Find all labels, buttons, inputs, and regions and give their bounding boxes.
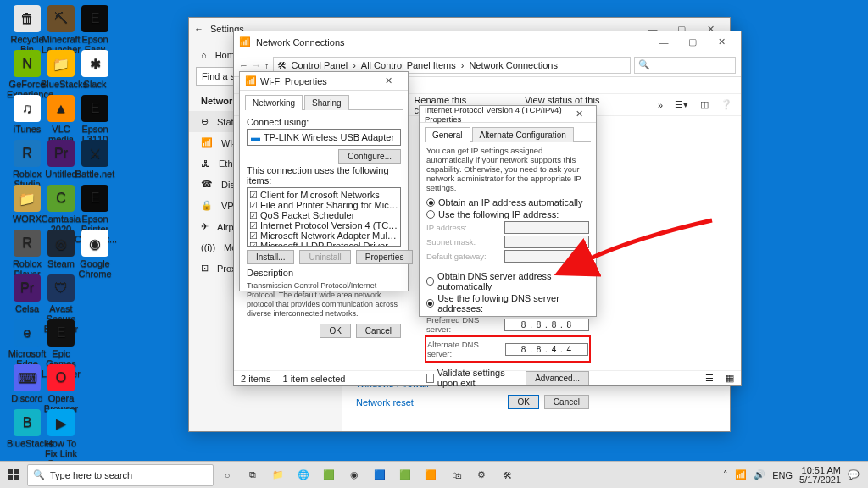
ok-button[interactable]: OK [320,324,350,338]
app-store[interactable]: 🛍 [444,464,468,486]
taskbar: 🔍Type here to search ○ ⧉ 📁 🌐 🟩 ◉ 🟦 🟩 🟧 🛍… [0,461,868,488]
svg-rect-0 [8,469,13,474]
svg-rect-1 [14,469,19,474]
gateway-input [504,250,589,263]
tab-alternate[interactable]: Alternate Configuration [472,127,574,142]
validate-row[interactable]: Validate settings upon exitAdvanced... [426,368,589,388]
crumb[interactable]: All Control Panel Items [358,58,459,72]
network-items-list[interactable]: Client for Microsoft NetworksFile and Pr… [247,187,401,247]
maximize-icon[interactable]: ▢ [678,34,707,51]
wifi-titlebar[interactable]: 📶 Wi-Fi Properties ✕ [240,72,408,91]
preferred-dns-row: Preferred DNS server:8 . 8 . 8 . 8 [426,315,589,334]
view-large-icon[interactable]: ▦ [726,373,734,384]
tray-volume-icon[interactable]: 🔊 [754,469,765,480]
close-icon[interactable]: ✕ [707,34,736,51]
network-item[interactable]: QoS Packet Scheduler [249,210,398,220]
task-view-icon[interactable]: ⧉ [241,464,264,486]
field-label: Subnet mask: [426,237,501,247]
cancel-button[interactable]: Cancel [544,395,589,409]
app-excel[interactable]: 🟩 [393,464,417,486]
cmd-more[interactable]: » [658,100,663,110]
control-panel-icon: 🛠 [277,60,287,70]
help-icon[interactable]: ❔ [721,99,732,110]
network-item[interactable]: Microsoft Network Adapter Multiplexor Pr… [249,230,398,241]
description-header: Description [247,268,401,278]
app-control-panel[interactable]: 🛠 [495,464,519,486]
tab-networking[interactable]: Networking [245,95,303,110]
properties-button[interactable]: Properties [356,250,414,264]
view-options-icon[interactable]: ☰▾ [675,99,688,110]
app-powerpoint[interactable]: 🟧 [419,464,442,486]
tab-sharing[interactable]: Sharing [304,95,348,110]
tray-date: 5/17/2021 [799,474,841,485]
crumb[interactable]: Control Panel [288,58,352,72]
close-icon[interactable]: ✕ [567,106,591,123]
ipv4-titlebar[interactable]: Internet Protocol Version 4 (TCP/IPv4) P… [420,106,596,123]
cortana-icon[interactable]: ○ [215,464,239,486]
ok-button[interactable]: OK [508,395,538,409]
nav-fwd-icon[interactable]: → [252,60,261,70]
app-settings[interactable]: ⚙ [470,464,493,486]
desktop-icon[interactable]: OOpera Browser [41,364,81,413]
install-button[interactable]: Install... [247,250,294,264]
wifi-dialog-icon: 📶 [245,75,257,86]
radio-auto-dns[interactable]: Obtain DNS server address automatically [426,271,589,291]
desktop-icon[interactable]: ▶How To Fix Link Scre... [41,409,81,469]
ip-address-row: IP address: [426,221,589,234]
preferred-dns-input[interactable]: 8 . 8 . 8 . 8 [504,319,589,331]
taskbar-search[interactable]: 🔍Type here to search [27,464,214,486]
app-edge[interactable]: 🌐 [292,464,315,486]
tray-notifications-icon[interactable]: 💬 [848,469,860,480]
wifi-title: Wi-Fi Properties [260,76,327,86]
crumb[interactable]: Network Connections [465,58,561,72]
highlight-annotation: Alternate DNS server:8 . 8 . 4 . 4 [425,336,591,363]
desktop-icon[interactable]: ⚔Battle.net [75,140,115,179]
app-chrome[interactable]: ◉ [342,464,366,486]
app-word[interactable]: 🟦 [368,464,392,486]
proxy-icon: ⊡ [201,263,209,274]
nav-up-icon[interactable]: ↑ [264,60,270,70]
netconn-titlebar[interactable]: 📶 Network Connections — ▢ ✕ [234,31,741,53]
configure-button[interactable]: Configure... [338,149,401,164]
radio-label: Obtain an IP address automatically [438,197,582,208]
adapter-icon: ▬ [251,132,260,142]
status-items: 2 items [241,374,270,384]
network-item[interactable]: Internet Protocol Version 4 (TCP/IPv4) [249,220,398,230]
advanced-button[interactable]: Advanced... [526,371,589,385]
radio-auto-ip[interactable]: Obtain an IP address automatically [426,197,589,208]
network-item[interactable]: File and Printer Sharing for Microsoft N… [249,200,398,210]
radio-manual-ip[interactable]: Use the following IP address: [426,209,589,219]
network-item[interactable]: Client for Microsoft Networks [249,190,398,200]
cancel-button[interactable]: Cancel [356,324,401,338]
uses-items-label: This connection uses the following items… [247,165,401,186]
radio-icon [426,210,435,219]
app-explorer[interactable]: 📁 [266,464,290,486]
tray-clock[interactable]: 10:51 AM5/17/2021 [799,466,841,485]
minimize-icon[interactable]: — [649,34,678,51]
explorer-search[interactable]: 🔍 [634,57,736,74]
preview-pane-icon[interactable]: ◫ [700,99,709,110]
validate-label: Validate settings upon exit [437,368,519,388]
network-item[interactable]: Microsoft LLDP Protocol Driver [249,241,398,247]
field-label: Preferred DNS server: [426,315,501,334]
desktop-icon[interactable]: ✱Slack [75,50,115,89]
tray-chevron-icon[interactable]: ˄ [723,469,728,480]
close-icon[interactable]: ✕ [374,73,403,90]
app-camtasia[interactable]: 🟩 [317,464,341,486]
back-icon[interactable]: ← [194,24,203,34]
airplane-icon: ✈ [201,221,209,232]
tray-lang[interactable]: ENG [772,470,793,480]
search-placeholder: Type here to search [50,470,132,480]
desktop-icon[interactable]: ◉Google Chrome [75,230,115,279]
checkbox-icon[interactable] [426,374,434,383]
svg-rect-2 [8,475,13,480]
view-details-icon[interactable]: ☰ [705,373,714,384]
alternate-dns-input[interactable]: 8 . 8 . 4 . 4 [505,343,588,356]
nav-back-icon[interactable]: ← [239,60,248,70]
ethernet-icon: 🖧 [201,158,210,169]
radio-manual-dns[interactable]: Use the following DNS server addresses: [426,293,589,313]
start-button[interactable] [2,464,25,486]
home-icon: ⌂ [201,50,207,60]
tray-network-icon[interactable]: 📶 [735,469,747,480]
tab-general[interactable]: General [425,127,470,142]
